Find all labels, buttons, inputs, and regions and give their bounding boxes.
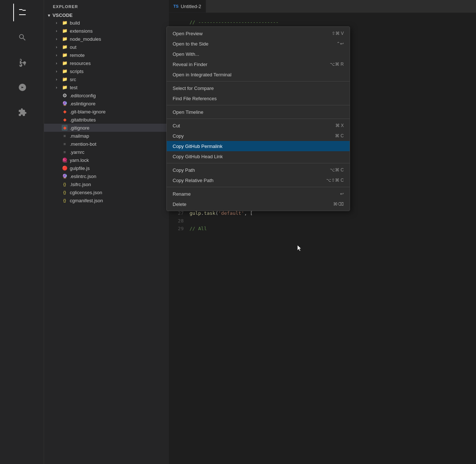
folder-extensions[interactable]: › 📁 extensions	[44, 27, 169, 35]
cglicenses-icon: {}	[62, 189, 68, 195]
select-compare-label: Select for Compare	[173, 86, 332, 91]
file-eslintrc-json[interactable]: › 🔮 .eslintrc.json	[44, 172, 169, 180]
activity-bar-source-control[interactable]	[13, 54, 31, 71]
mention-bot-icon: ≡	[62, 141, 68, 147]
folder-build[interactable]: › 📁 build	[44, 19, 169, 27]
rename-shortcut: ↩	[340, 191, 344, 196]
delete-label: Delete	[173, 202, 321, 207]
menu-item-find-refs[interactable]: Find File References	[167, 93, 350, 104]
delete-shortcut: ⌘⌫	[333, 202, 344, 207]
file-gitignore[interactable]: › ◆ .gitignore	[44, 124, 169, 132]
file-gitattributes[interactable]: › ◆ .gitattributes	[44, 116, 169, 124]
code-line-1: // ----------------------------	[175, 19, 470, 26]
menu-item-open-terminal[interactable]: Open in Integrated Terminal	[167, 69, 350, 80]
file-mailmap[interactable]: › ≡ .mailmap	[44, 132, 169, 140]
mailmap-icon: ≡	[62, 133, 68, 139]
file-cgmanifest-json[interactable]: › {} cgmanifest.json	[44, 196, 169, 204]
open-preview-shortcut: ⇧⌘ V	[332, 31, 344, 36]
gitignore-icon: ◆	[62, 125, 68, 131]
file-yarn-lock[interactable]: › 🧶 yarn.lock	[44, 156, 169, 164]
chevron-right-icon: ›	[56, 85, 60, 90]
code-line-28: 28	[175, 217, 470, 225]
folder-remote[interactable]: › 📁 remote	[44, 51, 169, 59]
folder-src-label: src	[70, 77, 76, 82]
editor-tab-bar: TS Untitled-2	[169, 0, 476, 13]
menu-item-delete[interactable]: Delete ⌘⌫	[167, 199, 350, 209]
chevron-right-icon: ›	[56, 69, 60, 73]
activity-bar-explorer[interactable]	[13, 4, 31, 21]
gitattributes-icon: ◆	[62, 117, 68, 123]
copy-shortcut: ⌘ C	[335, 133, 344, 138]
folder-src[interactable]: › 📁 src	[44, 75, 169, 83]
folder-node-modules[interactable]: › 📁 node_modules	[44, 35, 169, 43]
folder-icon: 📁	[62, 28, 68, 34]
menu-item-copy-path[interactable]: Copy Path ⌥⌘ C	[167, 165, 350, 175]
file-lsifrc-json[interactable]: › {} .lsifrc.json	[44, 180, 169, 188]
chevron-right-icon: ›	[56, 37, 60, 41]
cut-shortcut: ⌘ X	[335, 123, 344, 128]
file-yarnrc-label: .yarnrc	[70, 149, 84, 155]
menu-item-open-timeline[interactable]: Open Timeline	[167, 107, 350, 117]
file-editorconfig-label: .editorconfig	[70, 93, 96, 98]
copy-github-permalink-label: Copy GitHub Permalink	[173, 144, 332, 149]
menu-item-open-side[interactable]: Open to the Side ⌃↩	[167, 39, 350, 49]
find-refs-label: Find File References	[173, 96, 332, 101]
file-eslintignore[interactable]: › 🔮 .eslintignore	[44, 99, 169, 108]
menu-item-open-with[interactable]: Open With...	[167, 49, 350, 59]
activity-bar-extensions[interactable]	[13, 104, 31, 121]
menu-item-copy-github-head-link[interactable]: Copy GitHub Head Link	[167, 151, 350, 162]
folder-icon: 📁	[62, 44, 68, 50]
reveal-finder-shortcut: ⌥⌘ R	[330, 62, 344, 67]
editor-tab-untitled[interactable]: TS Untitled-2	[169, 0, 206, 12]
menu-item-reveal-finder[interactable]: Reveal in Finder ⌥⌘ R	[167, 59, 350, 69]
menu-item-cut[interactable]: Cut ⌘ X	[167, 120, 350, 131]
folder-icon: 📁	[62, 68, 68, 74]
folder-extensions-label: extensions	[70, 28, 93, 34]
menu-item-copy[interactable]: Copy ⌘ C	[167, 131, 350, 141]
open-terminal-label: Open in Integrated Terminal	[173, 72, 332, 77]
yarnrc-icon: ≡	[62, 149, 68, 155]
extensions-icon	[18, 108, 27, 117]
open-with-label: Open With...	[173, 51, 332, 57]
folder-resources-label: resources	[70, 61, 91, 66]
copy-relative-path-shortcut: ⌥⇧⌘ C	[326, 178, 344, 183]
separator-2	[167, 105, 350, 105]
activity-bar-debug[interactable]	[13, 79, 31, 96]
file-cglicenses-json[interactable]: › {} cglicenses.json	[44, 188, 169, 196]
separator-4	[167, 163, 350, 163]
file-lsifrc-label: .lsifrc.json	[70, 182, 91, 187]
menu-item-open-preview[interactable]: Open Preview ⇧⌘ V	[167, 28, 350, 39]
menu-item-copy-relative-path[interactable]: Copy Relative Path ⌥⇧⌘ C	[167, 175, 350, 185]
file-git-blame-ignore[interactable]: › ◆ .git-blame-ignore	[44, 108, 169, 116]
file-yarnrc[interactable]: › ≡ .yarnrc	[44, 148, 169, 156]
folder-out[interactable]: › 📁 out	[44, 43, 169, 51]
file-cglicenses-label: cglicenses.json	[70, 190, 102, 195]
copy-relative-path-label: Copy Relative Path	[173, 178, 314, 183]
activity-bar	[0, 0, 44, 464]
folder-out-label: out	[70, 44, 76, 50]
file-mention-bot[interactable]: › ≡ .mention-bot	[44, 140, 169, 148]
menu-item-select-compare[interactable]: Select for Compare	[167, 83, 350, 93]
chevron-right-icon: ›	[56, 21, 60, 25]
chevron-right-icon: ›	[56, 61, 60, 65]
separator-1	[167, 81, 350, 81]
file-editorconfig[interactable]: › ⚙ .editorconfig	[44, 91, 169, 99]
code-line-29: 29 // All	[175, 225, 470, 233]
chevron-right-icon: ›	[56, 29, 60, 33]
context-menu: Open Preview ⇧⌘ V Open to the Side ⌃↩ Op…	[166, 26, 350, 211]
activity-bar-search[interactable]	[13, 29, 31, 46]
menu-item-copy-github-permalink[interactable]: Copy GitHub Permalink	[167, 141, 350, 151]
folder-scripts[interactable]: › 📁 scripts	[44, 67, 169, 75]
cgmanifest-icon: {}	[62, 197, 68, 203]
folder-resources[interactable]: › 📁 resources	[44, 59, 169, 67]
open-side-label: Open to the Side	[173, 41, 325, 47]
menu-item-rename[interactable]: Rename ↩	[167, 189, 350, 199]
folder-remote-label: remote	[70, 52, 84, 58]
folder-node-modules-label: node_modules	[70, 36, 101, 42]
explorer-title: EXPLORER	[44, 0, 169, 12]
chevron-right-icon: ›	[56, 77, 60, 81]
file-gulpfile[interactable]: › 🔴 gulpfile.js	[44, 164, 169, 172]
vscode-folder-header[interactable]: ▼ VSCODE	[44, 12, 169, 19]
folder-icon: 📁	[62, 76, 68, 82]
folder-test[interactable]: › 📁 test	[44, 83, 169, 91]
